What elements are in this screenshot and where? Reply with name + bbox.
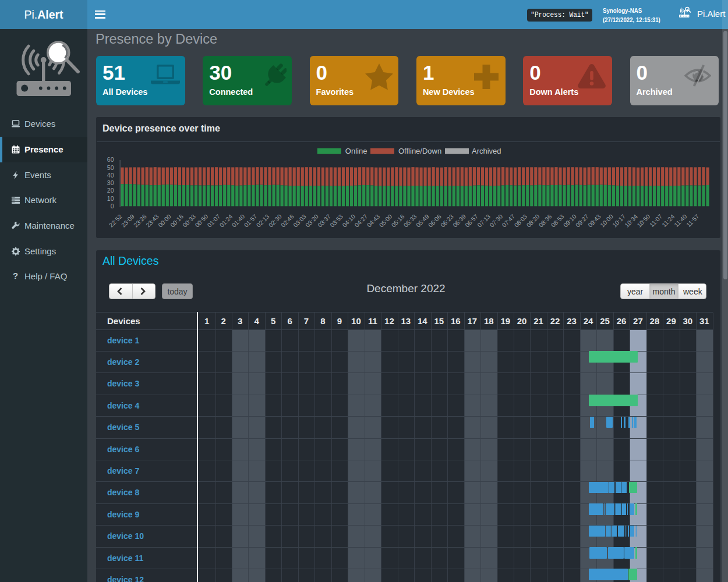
- svg-text:11:07: 11:07: [648, 213, 664, 229]
- svg-text:02:30: 02:30: [267, 213, 283, 229]
- svg-text:05:49: 05:49: [415, 213, 430, 229]
- svg-text:20: 20: [107, 187, 114, 194]
- svg-text:10:17: 10:17: [611, 213, 627, 229]
- svg-text:04:43: 04:43: [365, 213, 381, 229]
- svg-text:06:39: 06:39: [451, 213, 467, 229]
- svg-text:01:40: 01:40: [230, 213, 246, 229]
- svg-text:22:52: 22:52: [108, 213, 123, 229]
- svg-text:06:06: 06:06: [427, 213, 443, 229]
- svg-text:03:37: 03:37: [316, 213, 332, 229]
- svg-text:03:53: 03:53: [328, 213, 344, 229]
- svg-text:40: 40: [107, 172, 114, 179]
- svg-text:01:57: 01:57: [242, 213, 258, 229]
- svg-text:09:43: 09:43: [586, 213, 602, 229]
- svg-text:00:16: 00:16: [169, 213, 185, 229]
- svg-text:07:47: 07:47: [500, 213, 516, 229]
- svg-text:10:34: 10:34: [623, 213, 639, 229]
- svg-text:30: 30: [107, 179, 114, 186]
- svg-text:03:03: 03:03: [292, 213, 308, 229]
- svg-text:0: 0: [111, 203, 114, 210]
- svg-text:Online: Online: [345, 147, 367, 155]
- svg-text:01:24: 01:24: [218, 213, 234, 229]
- svg-text:11:24: 11:24: [660, 213, 676, 229]
- svg-text:04:10: 04:10: [341, 213, 356, 229]
- svg-text:05:00: 05:00: [377, 213, 393, 229]
- svg-text:05:33: 05:33: [402, 213, 418, 229]
- svg-text:10:00: 10:00: [599, 213, 614, 229]
- svg-text:50: 50: [107, 164, 114, 171]
- svg-text:23:26: 23:26: [132, 213, 148, 229]
- svg-text:11:40: 11:40: [673, 213, 688, 229]
- svg-text:09:27: 09:27: [574, 213, 590, 229]
- svg-text:00:33: 00:33: [181, 213, 197, 229]
- svg-text:08:20: 08:20: [525, 213, 540, 229]
- svg-text:05:16: 05:16: [390, 213, 405, 229]
- svg-text:Offline/Down: Offline/Down: [398, 147, 441, 155]
- svg-text:09:10: 09:10: [562, 213, 578, 229]
- svg-text:60: 60: [107, 156, 114, 163]
- svg-text:06:23: 06:23: [439, 213, 455, 229]
- svg-text:00:00: 00:00: [157, 213, 172, 229]
- svg-text:10:50: 10:50: [635, 213, 651, 229]
- svg-text:08:03: 08:03: [513, 213, 528, 229]
- svg-text:02:13: 02:13: [255, 213, 271, 229]
- svg-text:02:46: 02:46: [280, 213, 295, 229]
- svg-text:07:30: 07:30: [488, 213, 504, 229]
- svg-text:23:43: 23:43: [144, 213, 160, 229]
- svg-text:01:07: 01:07: [206, 213, 221, 229]
- svg-text:07:13: 07:13: [476, 213, 492, 229]
- svg-text:04:27: 04:27: [353, 213, 369, 229]
- svg-text:08:53: 08:53: [550, 213, 566, 229]
- svg-text:11:57: 11:57: [685, 213, 701, 229]
- svg-text:10: 10: [107, 195, 114, 202]
- svg-text:08:36: 08:36: [537, 213, 553, 229]
- svg-text:23:09: 23:09: [120, 213, 136, 229]
- svg-text:00:50: 00:50: [193, 213, 209, 229]
- svg-text:06:57: 06:57: [464, 213, 479, 229]
- svg-text:03:20: 03:20: [304, 213, 320, 229]
- svg-text:Archived: Archived: [472, 147, 501, 155]
